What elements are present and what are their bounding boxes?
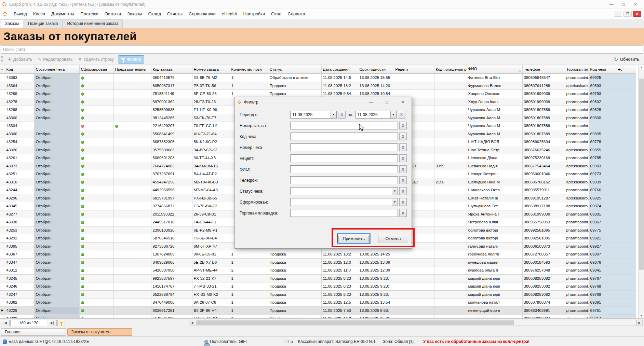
cell-Состояние чека[interactable]: Отобран [34, 178, 79, 186]
cell-Статус[interactable]: Продажа [268, 306, 321, 315]
cell-Нс[interactable] [616, 162, 636, 170]
cell-Предварительны[interactable] [113, 299, 151, 307]
cell-Сформирован[interactable] [79, 146, 113, 154]
cell-Телефон[interactable]: 380975230169 [522, 154, 565, 162]
cell-Нс[interactable] [616, 274, 636, 282]
tab-Позиции заказа[interactable]: Позиции заказа [24, 19, 62, 28]
cell-Код погашения ре[interactable]: 9399 [434, 162, 467, 170]
cell-Состояние чека[interactable]: Отобран [34, 226, 79, 234]
cell-Сформирован[interactable] [79, 242, 113, 250]
grid-menu-icon[interactable]: ≡ [1, 68, 3, 71]
cell-ФИО[interactable]: Хавроня Олексан [467, 90, 522, 98]
cell-Номер заказа[interactable]: 3A-BP-6P-K2 [192, 146, 230, 154]
cell-Код погашения ре[interactable] [434, 274, 467, 282]
cell-Код[interactable]: 43269 [5, 90, 34, 98]
cell-Код[interactable]: 43277 [5, 210, 34, 218]
cell-Код заказа[interactable]: 9812445265 [151, 114, 192, 122]
cell-Количество пози[interactable]: 1 [230, 274, 268, 282]
cell-Телефон[interactable]: 380935579011 [522, 186, 565, 194]
menu-item-eHealth[interactable]: eHealth [219, 10, 240, 18]
table-row[interactable]: 43362Отобран84704490088A-26-07-C61Продаж… [0, 299, 636, 307]
cell-Код чека[interactable]: 69925 [589, 74, 616, 82]
cell-Телефон[interactable]: 380955758953 [522, 218, 565, 226]
cell-Торговая пл[interactable]: pharmapoint. [565, 250, 589, 259]
cell-Номер заказа[interactable]: XH-E2-71-64 [192, 130, 230, 138]
first-page-button[interactable]: |◀ [1, 320, 10, 326]
cell-Состояние чека[interactable]: Отобран [34, 210, 79, 218]
cell-Код заказа[interactable]: 3970901362 [151, 98, 192, 106]
cell-Состояние чека[interactable]: Отобран [34, 170, 79, 178]
cell-Срок годности[interactable]: 13.08.2025 9:23: [358, 274, 394, 282]
cell-Нс[interactable] [616, 98, 636, 106]
cell-Срок годности[interactable]: 13.08.2025 9:23: [358, 290, 394, 299]
cell-Состояние чека[interactable]: Отобран [34, 250, 79, 259]
cell-Код погашения ре[interactable] [434, 306, 467, 315]
tab-Заказы[interactable]: Заказы [1, 19, 23, 28]
menu-item-Остатки[interactable]: Остатки [102, 10, 124, 18]
cell-ФИО[interactable]: неменущий ігор н [467, 306, 522, 315]
cell-Номер заказа[interactable]: PX-H2-3B-65 [192, 194, 230, 202]
clear-field-button[interactable]: X [399, 209, 407, 217]
cell-Код чека[interactable]: 69914 [589, 315, 616, 319]
cell-Код погашения ре[interactable] [434, 82, 467, 90]
table-row[interactable]: 43312Отобран5420307950AP-9T-ME-442Продаж… [0, 266, 636, 275]
cell-Номер заказа[interactable]: 6P-CP-53-26 [192, 90, 230, 98]
cell-Номер заказа[interactable]: 7T-MB-33-21 [192, 282, 230, 291]
cell-Код заказа[interactable]: 7604774083 [151, 162, 192, 170]
grid-filter-button[interactable] [57, 320, 65, 326]
toolbar-grip[interactable] [1, 56, 3, 63]
cell-Код[interactable]: 43338 [5, 218, 34, 226]
cell-Код заказа[interactable]: 7818541146 [151, 90, 192, 98]
cell-Предварительны[interactable] [113, 202, 151, 210]
cell-Сформирован[interactable] [79, 82, 113, 90]
cell-Предварительны[interactable] [113, 290, 151, 299]
filter-input-ФИО:[interactable] [290, 165, 398, 173]
cell-Рецепт[interactable] [394, 274, 434, 282]
cell-Количество пози[interactable]: 1 [230, 282, 268, 291]
window-close-button[interactable]: ✕ [634, 2, 637, 7]
cell-Код погашения ре[interactable] [434, 98, 467, 106]
cell-Код заказа[interactable]: 5508341499 [151, 130, 192, 138]
cell-Предварительны[interactable] [113, 194, 151, 202]
cell-Состояние чека[interactable]: Отобран [34, 194, 79, 202]
cell-Номер заказа[interactable]: C3-7E-BX-T2 [192, 202, 230, 210]
cell-Состояние чека[interactable]: Отобран [34, 242, 79, 250]
cell-Нс[interactable] [616, 306, 636, 315]
column-header-Состояние чека[interactable]: Состояние чека [34, 65, 79, 74]
cell-Код чека[interactable] [589, 122, 616, 130]
cell-Статус[interactable]: Продажа [268, 258, 321, 266]
cell-Сформирован[interactable] [79, 299, 113, 307]
cell-Нс[interactable] [616, 299, 636, 307]
cell-Нс[interactable] [616, 282, 636, 291]
cell-Номер заказа[interactable]: 6B-P2-M8-P1 [192, 226, 230, 234]
column-header-Код погашения ре[interactable]: Код погашения ре [434, 65, 467, 74]
cell-Код[interactable]: 43373 [5, 162, 34, 170]
last-page-button[interactable]: ▶| [48, 320, 57, 326]
cell-Нс[interactable] [616, 90, 636, 98]
cell-Торговая пл[interactable]: pharmapoint. [565, 306, 589, 315]
cell-ФИО[interactable]: мармій діана юрії [467, 282, 522, 291]
cell-Срок годности[interactable]: 13.08.2025 12:09 [358, 266, 394, 275]
cell-Срок годности[interactable]: 13.08.2025 13:54 [358, 299, 394, 307]
cell-Код погашения ре[interactable] [434, 290, 467, 299]
cell-Состояние чека[interactable]: Отобран [34, 162, 79, 170]
cell-Код чека[interactable]: 69801 [589, 210, 616, 218]
cell-Код погашения ре[interactable] [434, 146, 467, 154]
cell-Предварительны[interactable] [113, 138, 151, 146]
cell-Номер заказа[interactable]: 28-E2-T0-23 [192, 98, 230, 106]
cell-Телефон[interactable]: 380676635246 [522, 146, 565, 154]
cell-Код погашения ре[interactable] [434, 210, 467, 218]
cell-Состояние чека[interactable]: Отобран [34, 90, 79, 98]
cell-Код заказа[interactable]: 3707237691 [151, 170, 192, 178]
cell-Телефон[interactable]: 380501807589 [522, 114, 565, 122]
column-header-Срок годности[interactable]: Срок годности [358, 65, 394, 74]
cell-Состояние чека[interactable]: Отобран [34, 202, 79, 210]
cell-Дата создания[interactable]: 11.08.2025 12:5 [321, 299, 358, 307]
cell-Код погашения ре[interactable] [434, 242, 467, 250]
cell-Нс[interactable] [616, 130, 636, 138]
clear-field-button[interactable]: X [399, 165, 407, 173]
cell-Предварительны[interactable] [113, 242, 151, 250]
cell-Торговая пл[interactable]: pharmapoint. [565, 266, 589, 275]
cell-Код чека[interactable]: 69893 [589, 82, 616, 90]
column-header-Предварительны[interactable]: Предварительны [113, 65, 151, 74]
